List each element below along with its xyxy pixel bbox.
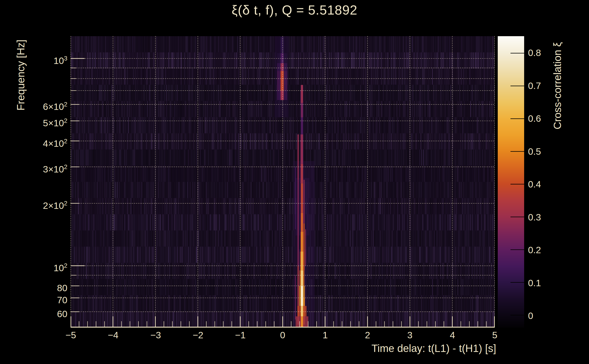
heatmap-plot-area — [71, 36, 495, 328]
x-tick-label: −4 — [97, 329, 129, 341]
y-tick-exponent: 2 — [64, 262, 67, 269]
y-tick-label: 4×102 — [9, 136, 67, 147]
y-tick-label: 5×102 — [9, 115, 67, 126]
y-tick-label: 103 — [9, 53, 67, 64]
y-tick-label: 70 — [9, 292, 67, 303]
y-tick-label: 60 — [9, 306, 67, 317]
colorbar-tick-label: 0.5 — [528, 146, 567, 157]
x-tick-label: −3 — [140, 329, 172, 341]
x-tick-label: 0 — [267, 329, 299, 341]
x-tick-label: 5 — [479, 329, 511, 341]
y-tick-exponent: 3 — [64, 55, 67, 62]
y-tick-label: 6×102 — [9, 99, 67, 110]
colorbar-tick-label: 0.7 — [528, 80, 567, 91]
x-tick-label: 1 — [309, 329, 341, 341]
y-tick-mantissa: 10 — [53, 56, 64, 66]
y-tick-mantissa: 10 — [53, 263, 64, 273]
y-tick-label: 3×102 — [9, 162, 67, 172]
x-tick-label: 2 — [352, 329, 384, 341]
x-tick-label: −2 — [182, 329, 214, 341]
root-canvas-window: ξ(δ t, f), Q = 5.51892 Time delay: t(L1)… — [0, 0, 589, 364]
x-tick-label: 3 — [394, 329, 426, 341]
y-tick-mantissa: 5×10 — [43, 118, 64, 128]
y-tick-label: 102 — [9, 260, 67, 271]
y-tick-mantissa: 60 — [57, 309, 67, 319]
colorbar-tick-label: 0.4 — [528, 179, 567, 190]
y-tick-exponent: 2 — [64, 138, 67, 145]
colorbar-tick-label: 0.6 — [528, 113, 567, 124]
colorbar-tick-label: 0.2 — [528, 245, 567, 255]
y-axis-title: Frequency [Hz] — [14, 0, 27, 155]
y-tick-mantissa: 4×10 — [43, 138, 64, 149]
x-tick-label: −5 — [55, 329, 87, 341]
y-tick-exponent: 2 — [64, 163, 67, 170]
y-tick-exponent: 2 — [64, 200, 67, 207]
y-tick-mantissa: 3×10 — [43, 164, 64, 175]
colorbar-gradient — [498, 36, 524, 328]
y-tick-exponent: 2 — [64, 117, 67, 124]
colorbar-tick-label: 0.3 — [528, 212, 567, 223]
x-tick-label: 4 — [437, 329, 468, 341]
y-tick-mantissa: 80 — [57, 283, 67, 293]
y-tick-mantissa: 6×10 — [43, 101, 64, 112]
y-tick-label: 80 — [9, 280, 67, 291]
colorbar-tick-label: 0 — [528, 310, 567, 321]
y-tick-label: 2×102 — [9, 198, 67, 209]
y-tick-exponent: 2 — [64, 101, 67, 108]
colorbar-tick-label: 0.1 — [528, 278, 567, 288]
x-tick-label: −1 — [224, 329, 256, 341]
y-tick-mantissa: 2×10 — [43, 201, 64, 211]
y-tick-mantissa: 70 — [57, 295, 67, 305]
x-axis-title: Time delay: t(L1) - t(H1) [s] — [268, 342, 496, 354]
plot-title: ξ(δ t, f), Q = 5.51892 — [67, 2, 522, 18]
colorbar-tick-label: 0.8 — [528, 47, 567, 58]
